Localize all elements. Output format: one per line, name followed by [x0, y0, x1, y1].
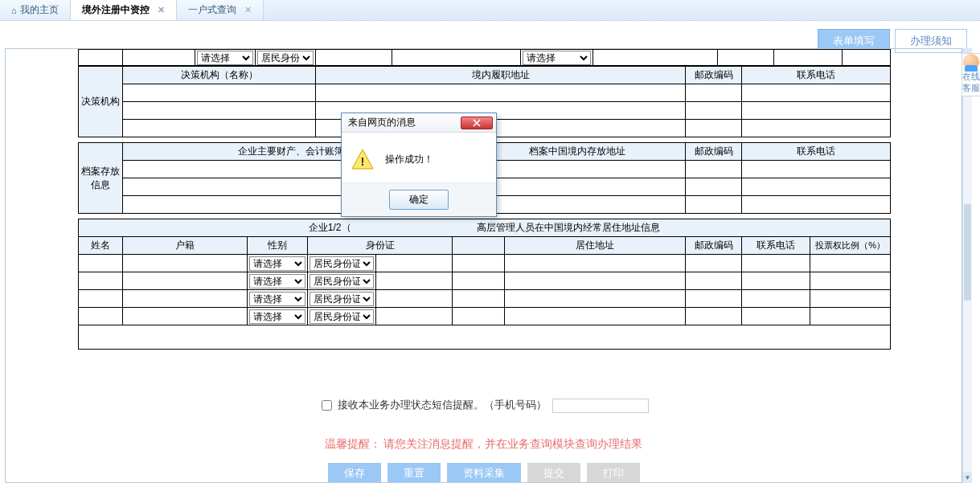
dialog-close-button[interactable] — [461, 117, 493, 129]
cell[interactable] — [79, 290, 123, 308]
ok-button[interactable]: 确定 — [389, 190, 449, 210]
scroll-track[interactable] — [963, 59, 972, 472]
tab-home[interactable]: ⌂ 我的主页 — [0, 0, 71, 20]
close-icon[interactable]: ✕ — [244, 5, 252, 15]
scroll-down-icon[interactable]: ▼ — [963, 472, 972, 483]
cell[interactable] — [123, 308, 248, 325]
th-domestic-addr: 境内履职地址 — [316, 67, 686, 84]
cell[interactable] — [79, 308, 123, 325]
cell[interactable] — [469, 178, 686, 196]
cell[interactable] — [376, 308, 453, 325]
cell[interactable] — [453, 255, 505, 272]
cell[interactable] — [810, 290, 891, 308]
cell — [79, 50, 123, 66]
select-gender: 请选择 — [249, 274, 305, 288]
cell[interactable]: 请选择 — [248, 308, 308, 325]
cell[interactable]: 居民身份证 — [308, 290, 376, 308]
tab-overseas-reg[interactable]: 境外注册中资控 ✕ — [71, 0, 177, 20]
cell[interactable] — [810, 255, 891, 272]
partial-top-table: 请选择 居民身份证 请选择 — [78, 49, 891, 66]
cell[interactable] — [123, 102, 316, 120]
scroll-thumb[interactable] — [964, 204, 971, 301]
cell — [774, 50, 843, 66]
cell[interactable] — [123, 84, 316, 102]
cell[interactable] — [505, 272, 686, 290]
cell[interactable]: 请选择 — [248, 255, 308, 272]
cell[interactable] — [742, 161, 891, 178]
cell[interactable]: 居民身份证 — [256, 50, 316, 66]
close-icon — [473, 119, 481, 127]
cell[interactable] — [505, 255, 686, 272]
tab-label: 境外注册中资控 — [82, 3, 150, 17]
select-idtype: 居民身份证 — [257, 51, 314, 65]
cell[interactable] — [686, 272, 742, 290]
collect-button[interactable]: 资料采集 — [447, 463, 521, 483]
cell[interactable]: 居民身份证 — [308, 255, 376, 272]
vertical-scrollbar[interactable]: ▲ ▼ — [962, 48, 972, 483]
select-gender: 请选择 — [249, 292, 305, 306]
tab-label: 一户式查询 — [188, 3, 236, 17]
select-please: 请选择 — [523, 51, 591, 65]
cell[interactable] — [686, 102, 742, 120]
cell[interactable] — [79, 272, 123, 290]
cell[interactable] — [686, 178, 742, 196]
sms-phone-input[interactable] — [552, 399, 649, 413]
cell[interactable] — [742, 255, 810, 272]
cell[interactable] — [376, 272, 453, 290]
cell[interactable] — [123, 290, 248, 308]
cell — [392, 50, 521, 66]
cell[interactable] — [469, 161, 686, 178]
cell[interactable] — [742, 290, 810, 308]
cell[interactable] — [469, 196, 686, 214]
tab-label: 我的主页 — [20, 3, 59, 17]
th-blank — [453, 237, 505, 255]
online-service-widget[interactable]: 在线 客服 — [962, 53, 980, 96]
cell[interactable] — [686, 120, 742, 137]
cell[interactable] — [742, 272, 810, 290]
cell[interactable]: 请选择 — [195, 50, 256, 66]
cell[interactable] — [686, 161, 742, 178]
cell[interactable] — [686, 196, 742, 214]
th-phone: 联系电话 — [742, 67, 891, 84]
close-icon[interactable]: ✕ — [158, 5, 165, 15]
cell[interactable] — [505, 308, 686, 325]
cell[interactable] — [79, 255, 123, 272]
cell[interactable] — [123, 272, 248, 290]
cell[interactable] — [505, 290, 686, 308]
cell[interactable]: 请选择 — [248, 272, 308, 290]
cell[interactable] — [810, 272, 891, 290]
cell[interactable] — [742, 84, 891, 102]
th-gender: 性别 — [248, 237, 308, 255]
cell[interactable] — [123, 255, 248, 272]
cell[interactable] — [376, 290, 453, 308]
cell[interactable] — [742, 102, 891, 120]
cell[interactable] — [686, 290, 742, 308]
cell[interactable] — [453, 290, 505, 308]
cell[interactable] — [742, 196, 891, 214]
cell[interactable] — [123, 120, 316, 137]
cell[interactable] — [453, 272, 505, 290]
footer: 接收本业务办理状态短信提醒。（手机号码） 温馨提醒： 请您关注消息提醒，并在业务… — [78, 398, 889, 483]
cell[interactable] — [453, 308, 505, 325]
submit-button[interactable]: 提交 — [527, 463, 580, 483]
avatar-icon — [963, 54, 979, 70]
cell[interactable]: 居民身份证 — [308, 272, 376, 290]
reset-button[interactable]: 重置 — [387, 463, 441, 483]
cell[interactable] — [742, 308, 810, 325]
cell[interactable]: 请选择 — [521, 50, 593, 66]
cell[interactable] — [742, 178, 891, 196]
tab-single-query[interactable]: 一户式查询 ✕ — [177, 0, 264, 20]
cell[interactable] — [742, 120, 891, 137]
cell[interactable]: 请选择 — [248, 290, 308, 308]
cell[interactable]: 居民身份证 — [308, 308, 376, 325]
cell[interactable] — [686, 308, 742, 325]
cell[interactable] — [686, 255, 742, 272]
cell[interactable] — [316, 84, 686, 102]
cell — [843, 50, 891, 66]
cell[interactable] — [376, 255, 453, 272]
sms-checkbox[interactable] — [322, 400, 332, 411]
cell[interactable] — [686, 84, 742, 102]
cell[interactable] — [810, 308, 891, 325]
print-button[interactable]: 打印 — [587, 463, 640, 483]
save-button[interactable]: 保存 — [328, 463, 381, 483]
